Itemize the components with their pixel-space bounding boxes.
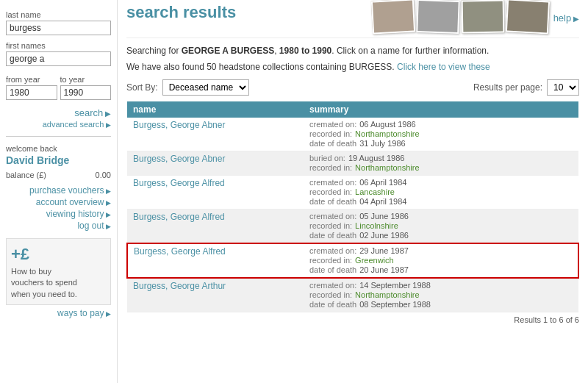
search-description: Searching for GEORGE A BURGESS, 1980 to … [126,44,579,57]
summary-value: Northamptonshire [355,290,419,299]
result-name-link[interactable]: Burgess, George Alfred [134,246,226,257]
results-count: Results 1 to 6 of 6 [126,315,579,324]
sidebar: last name first names from year to year … [0,0,118,383]
balance-label: balance (£) [6,171,46,179]
summary-value: 31 July 1986 [359,139,405,148]
voucher-box: +£ How to buy vouchers to spend when you… [6,238,111,305]
header-photos [372,0,549,33]
to-year-input[interactable] [60,85,112,100]
purchase-vouchers-link[interactable]: purchase vouchers [6,185,111,196]
last-name-label: last name [6,10,111,19]
summary-row: date of death02 June 1986 [309,231,573,240]
photo-thumb-1 [371,0,415,34]
sort-by-label: Sort By: [126,82,158,93]
from-year-input[interactable] [6,85,57,100]
summary-value: 08 September 1988 [359,300,431,309]
table-row: Burgess, George Abnercremated on:06 Augu… [127,118,578,151]
summary-label: date of death [309,197,356,206]
summary-row: recorded in:Lincolnshire [309,221,573,230]
account-overview-link[interactable]: account overview [6,197,111,207]
page-title: search results [126,0,236,22]
photo-thumb-2 [416,0,460,34]
summary-label: buried on: [309,154,345,162]
summary-row: recorded in:Greenwich [309,256,572,265]
summary-row: date of death31 July 1986 [309,139,573,148]
voucher-help-text: How to buy vouchers to spend when you ne… [11,266,84,300]
summary-value: Lancashire [355,187,395,196]
summary-label: date of death [309,231,356,240]
summary-value: Northamptonshire [355,129,419,138]
ways-to-pay-link[interactable]: ways to pay [6,308,111,318]
sort-by-select[interactable]: Deceased name Date of death Location [162,79,249,96]
headstone-info: We have also found 50 headstone collecti… [126,62,579,72]
summary-row: recorded in:Northamptonshire [309,290,573,299]
photo-thumb-4 [506,0,550,34]
from-year-label: from year [6,75,57,84]
summary-row: recorded in:Northamptonshire [309,129,573,138]
sort-bar: Sort By: Deceased name Date of death Loc… [126,79,579,96]
search-button[interactable]: search [6,107,111,118]
summary-row: cremated on:05 June 1986 [309,212,573,221]
summary-row: cremated on:29 June 1987 [309,246,572,255]
summary-label: recorded in: [309,221,352,230]
headstone-link[interactable]: Click here to view these [397,62,490,72]
summary-value: 05 June 1986 [359,212,409,221]
table-row: Burgess, George Abnerburied on:19 August… [127,151,578,176]
summary-row: cremated on:14 September 1988 [309,281,573,290]
advanced-search-button[interactable]: advanced search [6,120,111,129]
summary-value: 06 April 1984 [359,178,406,187]
summary-row: recorded in:Lancashire [309,187,573,196]
summary-row: date of death20 June 1987 [309,265,572,274]
summary-label: recorded in: [309,129,352,138]
results-per-page-select[interactable]: 10 25 50 [547,79,579,96]
summary-value: 04 April 1984 [359,197,406,206]
summary-row: cremated on:06 April 1984 [309,178,573,187]
summary-label: cremated on: [309,246,356,255]
table-row: Burgess, George Arthurcremated on:14 Sep… [127,278,578,312]
summary-value: 20 June 1987 [359,265,409,274]
summary-row: cremated on:06 August 1986 [309,120,573,129]
summary-row: date of death08 September 1988 [309,300,573,309]
to-year-label: to year [60,75,112,84]
summary-label: cremated on: [309,178,356,187]
summary-row: recorded in:Northamptonshire [309,163,573,172]
log-out-link[interactable]: log out [6,221,111,231]
photo-thumb-3 [461,0,504,34]
last-name-input[interactable] [6,21,111,35]
header-area: search results help [126,0,579,38]
summary-label: cremated on: [309,212,356,221]
summary-value: 14 September 1988 [359,281,431,290]
first-names-input[interactable] [6,51,111,66]
table-row: Burgess, George Alfredcremated on:05 Jun… [127,210,578,244]
summary-label: recorded in: [309,163,352,172]
summary-label: date of death [309,139,356,148]
result-name-link[interactable]: Burgess, George Arthur [133,281,226,291]
result-name-link[interactable]: Burgess, George Alfred [133,178,225,188]
table-row: Burgess, George Alfredcremated on:06 Apr… [127,176,578,210]
welcome-text: welcome back [6,144,111,153]
summary-value: 02 June 1986 [359,231,409,240]
viewing-history-link[interactable]: viewing history [6,209,111,219]
first-names-label: first names [6,41,111,50]
summary-value: Lincolnshire [355,221,398,230]
result-name-link[interactable]: Burgess, George Abner [133,120,225,130]
account-links: purchase vouchers account overview viewi… [6,185,111,231]
col-name: name [127,101,304,118]
summary-value: Greenwich [355,256,394,265]
summary-value: 19 August 1986 [348,154,404,162]
summary-label: recorded in: [309,256,352,265]
result-name-link[interactable]: Burgess, George Abner [133,154,225,164]
summary-label: recorded in: [309,290,352,299]
summary-label: cremated on: [309,120,356,129]
summary-label: date of death [309,300,356,309]
user-name: David Bridge [6,154,111,166]
balance-value: 0.00 [96,171,111,179]
col-summary: summary [304,101,578,118]
results-per-page-label: Results per page: [473,82,542,93]
summary-value: 29 June 1987 [359,246,409,255]
result-name-link[interactable]: Burgess, George Alfred [133,212,225,222]
table-row: Burgess, George Alfredcremated on:29 Jun… [127,243,578,278]
help-link[interactable]: help [553,10,579,24]
main-content: search results help Searching for GEORGE… [118,0,588,383]
summary-row: buried on:19 August 1986 [309,154,573,162]
